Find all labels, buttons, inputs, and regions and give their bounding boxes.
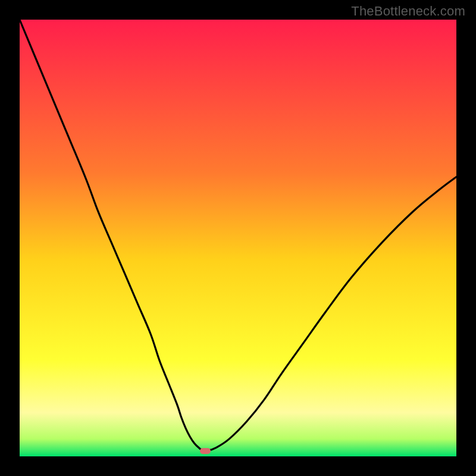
plot-area (20, 20, 456, 456)
minimum-marker (200, 448, 211, 454)
chart-frame: TheBottleneck.com (0, 0, 476, 476)
bottleneck-curve (20, 20, 456, 456)
watermark-text: TheBottleneck.com (351, 4, 465, 19)
